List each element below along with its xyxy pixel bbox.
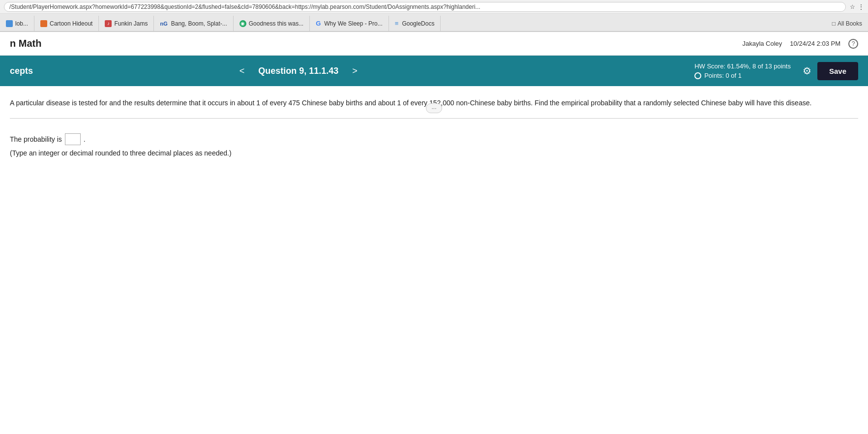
page-title: n Math xyxy=(10,38,41,49)
hw-score: HW Score: 61.54%, 8 of 13 points xyxy=(694,62,791,70)
answer-area: The probability is . (Type an integer or… xyxy=(10,133,858,157)
browser-bar: /Student/PlayerHomework.aspx?homeworkId=… xyxy=(0,0,868,32)
help-button[interactable]: ? xyxy=(848,39,858,49)
points-line: Points: 0 of 1 xyxy=(694,72,791,79)
expand-dots-button[interactable]: ··· xyxy=(426,103,442,113)
tab-goodness-label: Goodness this was... xyxy=(249,20,303,27)
nav-right-icons: ⚙ Save xyxy=(803,62,858,80)
tab-gdocs-label: GoogleDocs xyxy=(402,20,434,27)
tabs-bar: lob... Cartoon Hideout ♪ Funkin Jams nG … xyxy=(0,14,868,31)
points-circle-icon xyxy=(694,72,701,79)
url-icons: ☆ ⋮ xyxy=(850,3,864,10)
tab-cartoon-favicon xyxy=(40,20,47,27)
divider xyxy=(10,118,858,119)
tab-cartoon-label: Cartoon Hideout xyxy=(50,20,92,27)
settings-button[interactable]: ⚙ xyxy=(803,65,811,77)
hint-text: (Type an integer or decimal rounded to t… xyxy=(10,149,858,157)
tab-gdocs-prefix: ≡ xyxy=(395,20,399,27)
tab-glob-favicon xyxy=(6,20,13,27)
url-text[interactable]: /Student/PlayerHomework.aspx?homeworkId=… xyxy=(4,2,846,12)
all-books-icon: □ xyxy=(832,20,836,27)
probability-line: The probability is . xyxy=(10,133,858,145)
tab-goodness[interactable]: ◉ Goodness this was... xyxy=(234,16,310,31)
tab-glob-label: lob... xyxy=(15,20,28,27)
tab-gdocs[interactable]: ≡ GoogleDocs xyxy=(389,16,441,31)
page-header: n Math Jakayla Coley 10/24/24 2:03 PM ? xyxy=(0,32,868,56)
tab-bang-prefix: nG xyxy=(160,21,167,27)
prev-question-button[interactable]: < xyxy=(236,64,249,78)
question-nav-bar: cepts < Question 9, 11.1.43 > HW Score: … xyxy=(0,56,868,86)
tab-sleep-label: Why We Sleep - Pro... xyxy=(324,20,382,27)
star-icon[interactable]: ☆ xyxy=(850,3,855,10)
score-section: HW Score: 61.54%, 8 of 13 points Points:… xyxy=(694,62,791,79)
header-right: Jakayla Coley 10/24/24 2:03 PM ? xyxy=(742,39,858,49)
more-icon[interactable]: ⋮ xyxy=(858,3,864,10)
tab-sleep-prefix: G xyxy=(316,20,321,27)
probability-prefix: The probability is xyxy=(10,135,62,143)
tab-sleep[interactable]: G Why We Sleep - Pro... xyxy=(310,16,389,31)
section-label: cepts xyxy=(10,66,69,76)
tab-bang[interactable]: nG Bang, Boom, Splat-... xyxy=(154,16,233,31)
url-bar: /Student/PlayerHomework.aspx?homeworkId=… xyxy=(0,0,868,14)
probability-input[interactable] xyxy=(65,133,81,145)
tab-funkin-favicon: ♪ xyxy=(105,20,112,27)
user-name: Jakayla Coley xyxy=(742,40,782,47)
save-button[interactable]: Save xyxy=(817,62,858,80)
question-nav-center: < Question 9, 11.1.43 > xyxy=(236,64,361,78)
question-label: Question 9, 11.1.43 xyxy=(258,66,338,76)
all-books-label: All Books xyxy=(838,20,862,27)
tab-bang-label: Bang, Boom, Splat-... xyxy=(171,20,227,27)
main-content: A particular disease is tested for and t… xyxy=(0,86,868,167)
timestamp: 10/24/24 2:03 PM xyxy=(790,40,840,47)
points-label: Points: 0 of 1 xyxy=(704,72,742,79)
tab-funkin[interactable]: ♪ Funkin Jams xyxy=(99,16,154,31)
all-books[interactable]: □ All Books xyxy=(826,18,868,29)
probability-suffix: . xyxy=(84,135,86,143)
tab-glob[interactable]: lob... xyxy=(0,16,34,31)
next-question-button[interactable]: > xyxy=(348,64,361,78)
tab-goodness-favicon: ◉ xyxy=(239,20,246,27)
tab-cartoon[interactable]: Cartoon Hideout xyxy=(34,16,99,31)
help-icon: ? xyxy=(852,40,855,47)
tab-funkin-label: Funkin Jams xyxy=(114,20,148,27)
